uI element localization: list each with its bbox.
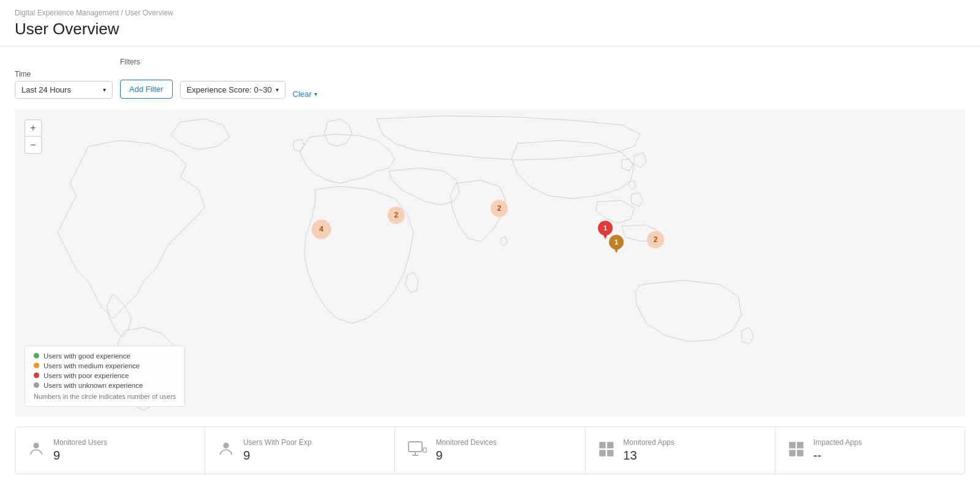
svg-text:1: 1 [603, 224, 607, 232]
legend-poor-label: Users with poor experience [43, 372, 129, 379]
svg-point-15 [224, 443, 229, 449]
time-value: Last 24 Hours [21, 85, 71, 94]
svg-rect-21 [607, 442, 614, 449]
time-group: Time Last 24 Hours ▾ [15, 70, 113, 99]
svg-rect-16 [409, 442, 422, 452]
clear-label: Clear [293, 89, 312, 99]
marker-europe[interactable]: 2 [491, 200, 508, 217]
legend-good-label: Users with good experience [43, 352, 130, 360]
legend-medium-dot [34, 363, 39, 368]
svg-text:2: 2 [497, 204, 502, 213]
svg-rect-26 [789, 450, 796, 456]
svg-rect-23 [607, 450, 614, 456]
stat-impacted-apps-value: -- [813, 449, 862, 463]
grid-apps-icon [598, 441, 615, 460]
filter-chip-label: Experience Score: 0~30 [187, 85, 272, 94]
marker-us-west[interactable]: 4 [312, 219, 331, 239]
filter-chip[interactable]: Experience Score: 0~30 ▾ [180, 81, 285, 99]
marker-pin-red[interactable]: 1 [598, 221, 612, 239]
map-legend: Users with good experience Users with me… [24, 346, 185, 407]
marker-us-east[interactable]: 2 [388, 206, 405, 224]
stat-monitored-users-content: Monitored Users 9 [53, 438, 107, 463]
clear-chevron-icon: ▾ [314, 91, 317, 97]
grid-impacted-icon [788, 441, 805, 460]
toolbar: Time Last 24 Hours ▾ Filters Add Filter … [0, 47, 980, 110]
svg-rect-22 [599, 450, 606, 456]
svg-rect-24 [789, 442, 796, 449]
map-container: 4 2 2 2 1 [15, 110, 965, 417]
legend-unknown-dot [34, 382, 39, 388]
legend-good: Users with good experience [34, 352, 176, 360]
time-chevron-icon: ▾ [103, 86, 106, 93]
page-title: User Overview [0, 20, 980, 46]
stat-impacted-apps-label: Impacted Apps [813, 438, 862, 447]
svg-point-14 [33, 443, 39, 449]
stat-poor-exp-value: 9 [243, 449, 311, 463]
zoom-out-button[interactable]: − [24, 137, 42, 154]
legend-poor: Users with poor experience [34, 372, 176, 379]
stat-monitored-devices-content: Monitored Devices 9 [435, 438, 496, 463]
svg-text:2: 2 [654, 235, 658, 244]
stat-monitored-users-value: 9 [53, 449, 107, 463]
stat-monitored-apps-content: Monitored Apps 13 [624, 438, 674, 463]
stat-monitored-apps[interactable]: Monitored Apps 13 [586, 427, 775, 474]
breadcrumb-parent[interactable]: Digital Experience Management [15, 9, 119, 17]
person-poor-icon [217, 441, 235, 460]
stat-monitored-apps-value: 13 [624, 449, 674, 463]
filters-label: Filters [120, 58, 173, 66]
clear-button[interactable]: Clear ▾ [293, 89, 317, 99]
legend-unknown: Users with unknown experience [34, 382, 176, 389]
stat-monitored-users-label: Monitored Users [53, 438, 107, 447]
stat-monitored-users[interactable]: Monitored Users 9 [15, 427, 205, 474]
svg-rect-27 [797, 450, 804, 456]
svg-marker-9 [602, 232, 608, 239]
stat-poor-exp-content: Users With Poor Exp 9 [243, 438, 311, 463]
stat-poor-exp-label: Users With Poor Exp [243, 438, 311, 447]
stat-monitored-devices-label: Monitored Devices [435, 438, 496, 447]
legend-medium: Users with medium experience [34, 362, 176, 369]
map-section: + − [15, 110, 965, 417]
svg-text:1: 1 [614, 238, 618, 246]
legend-good-dot [34, 353, 39, 358]
svg-text:2: 2 [394, 211, 398, 219]
time-select[interactable]: Last 24 Hours ▾ [15, 81, 113, 99]
stats-bar: Monitored Users 9 Users With Poor Exp 9 [15, 426, 965, 474]
stat-monitored-devices[interactable]: Monitored Devices 9 [395, 427, 585, 474]
filter-chevron-icon: ▾ [276, 86, 279, 93]
monitor-icon [407, 441, 427, 460]
marker-east-asia[interactable]: 2 [647, 231, 664, 248]
legend-unknown-label: Users with unknown experience [43, 382, 143, 389]
breadcrumb-current: User Overview [125, 9, 173, 17]
svg-text:4: 4 [319, 225, 323, 233]
stat-impacted-apps[interactable]: Impacted Apps -- [775, 427, 965, 474]
zoom-in-button[interactable]: + [24, 119, 42, 137]
svg-marker-12 [613, 246, 619, 253]
filters-group: Filters Add Filter [120, 58, 173, 99]
time-label: Time [15, 70, 113, 78]
stat-poor-exp[interactable]: Users With Poor Exp 9 [205, 427, 395, 474]
svg-rect-19 [423, 448, 426, 452]
breadcrumb: Digital Experience Management / User Ove… [0, 0, 980, 20]
svg-rect-20 [599, 442, 606, 449]
person-icon [28, 441, 45, 460]
stat-monitored-devices-value: 9 [435, 449, 496, 463]
marker-pin-orange[interactable]: 1 [609, 235, 624, 253]
legend-note: Numbers in the circle indicates number o… [34, 393, 176, 400]
legend-medium-label: Users with medium experience [43, 362, 140, 369]
svg-rect-25 [797, 442, 804, 449]
map-controls: + − [24, 119, 42, 154]
add-filter-button[interactable]: Add Filter [120, 80, 173, 99]
stat-monitored-apps-label: Monitored Apps [624, 438, 674, 447]
legend-poor-dot [34, 373, 39, 378]
stat-impacted-apps-content: Impacted Apps -- [813, 438, 862, 463]
